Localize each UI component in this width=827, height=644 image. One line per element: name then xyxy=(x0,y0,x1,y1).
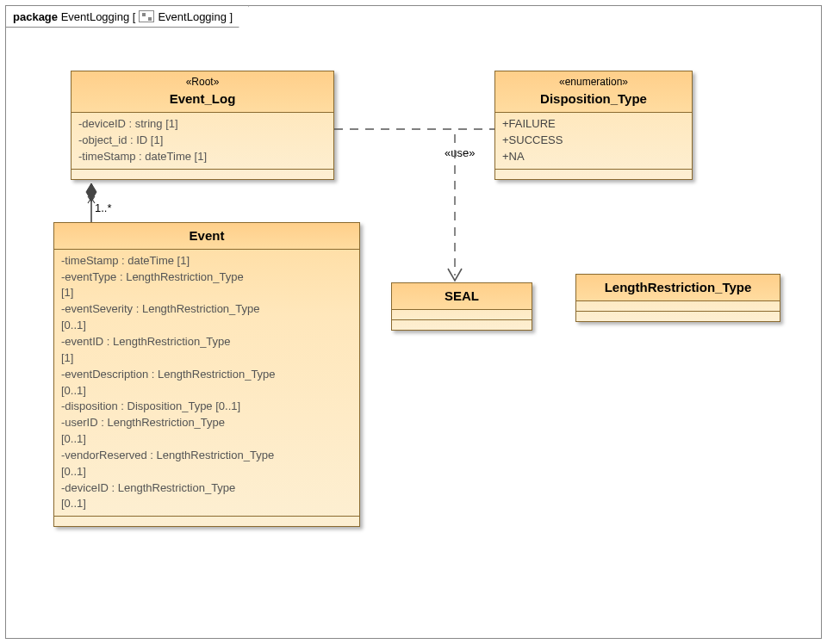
class-seal: SEAL xyxy=(391,282,532,331)
enum-literal: +SUCCESS xyxy=(502,133,685,149)
attribute: [1] xyxy=(61,350,352,367)
class-header: LengthRestriction_Type xyxy=(576,275,780,300)
class-header: «enumeration» Disposition_Type xyxy=(495,71,692,112)
stereotype-label: «enumeration» xyxy=(501,75,687,90)
package-icon xyxy=(139,10,154,22)
class-name: Event xyxy=(59,226,354,245)
operations-compartment xyxy=(392,319,532,330)
attribute: -eventSeverity : LengthRestriction_Type xyxy=(61,301,352,318)
attribute: [1] xyxy=(61,285,352,301)
package-inner-name: EventLogging xyxy=(158,10,227,23)
attributes-compartment xyxy=(576,300,780,311)
attribute: -object_id : ID [1] xyxy=(78,133,326,149)
class-name: Event_Log xyxy=(77,90,328,108)
class-header: SEAL xyxy=(392,283,532,309)
operations-compartment xyxy=(576,311,780,321)
attributes-compartment: -timeStamp : dateTime [1] -eventType : L… xyxy=(54,249,359,517)
multiplicity-label: 1..* xyxy=(95,201,112,214)
class-event: Event -timeStamp : dateTime [1] -eventTy… xyxy=(53,222,360,527)
attribute: -deviceID : LengthRestriction_Type xyxy=(61,480,352,497)
package-name: EventLogging xyxy=(61,10,130,23)
class-event-log: «Root» Event_Log -deviceID : string [1] … xyxy=(71,71,334,180)
operations-compartment xyxy=(72,169,333,179)
class-header: «Root» Event_Log xyxy=(72,71,333,112)
attribute: -eventDescription : LengthRestriction_Ty… xyxy=(61,367,352,383)
class-name: SEAL xyxy=(397,287,526,306)
attribute: -userID : LengthRestriction_Type xyxy=(61,415,352,431)
attributes-compartment xyxy=(392,309,532,319)
attribute: [0..1] xyxy=(61,318,352,334)
class-disposition-type: «enumeration» Disposition_Type +FAILURE … xyxy=(494,71,693,180)
attribute: [0..1] xyxy=(61,383,352,399)
package-tab: package EventLogging [ EventLogging ] xyxy=(5,5,249,28)
enum-literal: +NA xyxy=(502,149,685,165)
package-bracket-close: ] xyxy=(230,10,233,23)
use-stereotype-label: «use» xyxy=(445,146,475,159)
literals-compartment: +FAILURE +SUCCESS +NA xyxy=(495,112,692,169)
attribute: -timeStamp : dateTime [1] xyxy=(61,253,352,269)
attribute: [0..1] xyxy=(61,431,352,448)
attribute: [0..1] xyxy=(61,464,352,480)
attribute: -vendorReserved : LengthRestriction_Type xyxy=(61,448,352,464)
package-bracket-open: [ xyxy=(133,10,136,23)
stereotype-label: «Root» xyxy=(77,75,328,90)
attribute: -timeStamp : dateTime [1] xyxy=(78,149,326,165)
attribute: -eventID : LengthRestriction_Type xyxy=(61,334,352,350)
attribute: -eventType : LengthRestriction_Type xyxy=(61,269,352,286)
class-name: LengthRestriction_Type xyxy=(581,278,774,297)
attribute: [0..1] xyxy=(61,496,352,512)
class-header: Event xyxy=(54,223,359,249)
class-name: Disposition_Type xyxy=(501,90,687,108)
package-keyword: package xyxy=(13,10,58,23)
attribute: -disposition : Disposition_Type [0..1] xyxy=(61,399,352,415)
operations-compartment xyxy=(54,516,359,526)
class-length-restriction-type: LengthRestriction_Type xyxy=(575,274,780,322)
attribute: -deviceID : string [1] xyxy=(78,116,326,133)
enum-literal: +FAILURE xyxy=(502,116,685,133)
attributes-compartment: -deviceID : string [1] -object_id : ID [… xyxy=(72,112,333,169)
operations-compartment xyxy=(495,169,692,179)
